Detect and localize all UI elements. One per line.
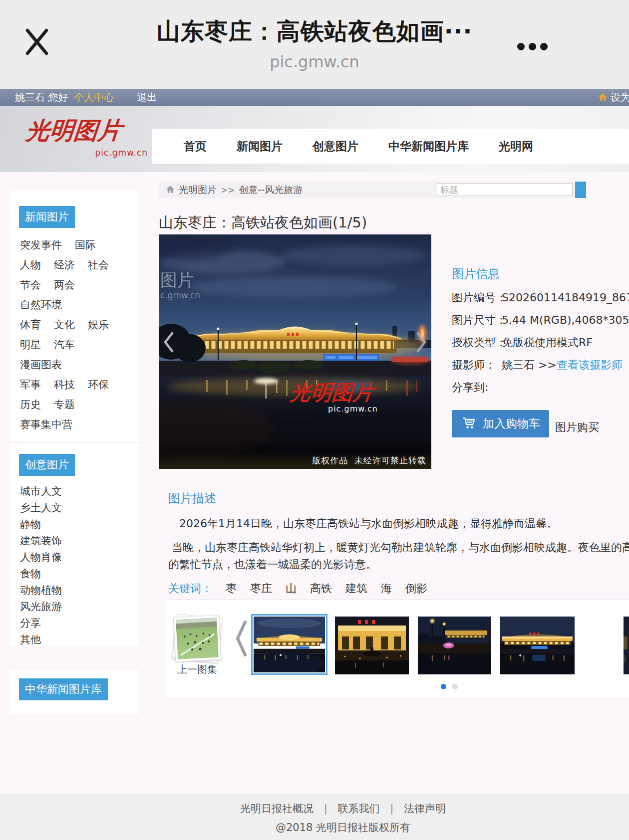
content-area: 新闻图片 突发事件 国际 人物 经济 社会 节会 两会 自然环境 [0, 172, 629, 794]
sidebar-row: 明星 汽车 [20, 335, 139, 355]
sidebar-link[interactable]: 娱乐 [88, 318, 109, 332]
sidebar-link[interactable]: 自然环境 [20, 298, 62, 312]
sidebar-link[interactable]: 军事 [20, 378, 41, 392]
add-to-cart-button[interactable]: 加入购物车 [452, 410, 549, 437]
sidebar-link[interactable]: 乡土人文 [20, 501, 62, 515]
main-photo: 图片 c.gmw.cn 光明图片 pic.gmw.cn 版权作品 未经许可禁止转… [159, 234, 431, 469]
sidebar-link[interactable]: 科技 [54, 378, 75, 392]
thumbnail-2[interactable] [335, 617, 409, 674]
sidebar-link[interactable]: 专题 [54, 398, 75, 412]
sidebar-link[interactable]: 明星 [20, 338, 41, 352]
keyword-link[interactable]: 枣庄 [250, 581, 272, 596]
sidebar-link[interactable]: 其他 [20, 632, 41, 646]
logout-link[interactable]: 退出 [137, 91, 157, 104]
sidebar-link[interactable]: 突发事件 [20, 238, 62, 252]
photo-next-arrow[interactable] [415, 331, 427, 356]
info-row-license-type: 授权类型：免版税使用模式RF [452, 336, 629, 349]
sidebar-link[interactable]: 环保 [88, 378, 109, 392]
breadcrumb-site[interactable]: 光明图片 [179, 184, 217, 197]
copyright-bar: 版权作品 未经许可禁止转载 [159, 452, 431, 469]
sidebar-row: 动物植物 [20, 582, 139, 598]
sidebar-link[interactable]: 两会 [54, 278, 75, 292]
sidebar-link[interactable]: 节会 [20, 278, 41, 292]
browser-title-block: 山东枣庄：高铁站夜色如画··· pic.gmw.cn [0, 0, 629, 71]
breadcrumb-section[interactable]: 创意--风光旅游 [239, 184, 303, 197]
gallery-prev-arrow[interactable] [234, 619, 248, 660]
home-icon[interactable] [598, 92, 608, 104]
sidebar-link[interactable]: 静物 [20, 517, 41, 531]
cart-icon [461, 415, 477, 432]
search-input[interactable] [437, 183, 573, 196]
sidebar-row: 赛事集中营 [20, 415, 139, 434]
night-station-photo [159, 234, 431, 469]
sidebar-row: 建筑装饰 [20, 532, 139, 549]
breadcrumb-bar: 光明图片 >> 创意--风光旅游 [159, 182, 586, 198]
sidebar-link[interactable]: 人物肖像 [20, 550, 62, 564]
image-purchase-link[interactable]: 图片购买 [555, 420, 599, 435]
site-logo[interactable]: 光明图片 pic.gmw.cn [26, 115, 151, 158]
thumbnail-5[interactable] [624, 617, 629, 674]
sidebar-link[interactable]: 建筑装饰 [20, 534, 62, 548]
sidebar-section-creative-pictures[interactable]: 创意图片 [19, 454, 75, 476]
sidebar-link[interactable]: 漫画图表 [20, 358, 62, 372]
view-photographer-link[interactable]: 查看该摄影师 [557, 359, 623, 371]
keyword-link[interactable]: 高铁 [310, 581, 332, 596]
keywords-row: 关键词： 枣 枣庄 山 高铁 建筑 海 倒影 [168, 581, 427, 596]
keyword-link[interactable]: 枣 [226, 581, 237, 596]
sidebar-link[interactable]: 文化 [54, 318, 75, 332]
sidebar-link[interactable]: 人物 [20, 258, 41, 272]
sidebar-link[interactable]: 风光旅游 [20, 600, 62, 614]
info-row-photographer: 摄影师：姚三石 >>查看该摄影师 [452, 358, 629, 372]
nav-item-home[interactable]: 首页 [184, 139, 207, 154]
sidebar: 新闻图片 突发事件 国际 人物 经济 社会 节会 两会 自然环境 [10, 191, 139, 646]
pagination-dot-active[interactable] [441, 684, 446, 689]
previous-gallery-thumbnail[interactable] [174, 616, 220, 661]
nav-item-news-pictures[interactable]: 新闻图片 [237, 139, 283, 154]
sidebar-link[interactable]: 历史 [20, 398, 41, 412]
sidebar-row: 人物 经济 社会 [20, 255, 139, 275]
footer-link-about[interactable]: 光明日报社概况 [240, 802, 314, 816]
keyword-link[interactable]: 山 [286, 581, 297, 596]
sidebar-link[interactable]: 城市人文 [20, 484, 62, 498]
nav-item-gmw[interactable]: 光明网 [499, 139, 533, 154]
sidebar-link[interactable]: 国际 [75, 238, 96, 252]
search-button[interactable] [575, 182, 586, 198]
thumbnail-3[interactable] [418, 617, 491, 674]
keyword-link[interactable]: 海 [381, 581, 392, 596]
pagination-dot[interactable] [452, 684, 458, 689]
nav-item-china-news-photo-library[interactable]: 中华新闻图片库 [388, 139, 469, 154]
previous-gallery-label[interactable]: 上一图集 [167, 663, 227, 676]
info-label: 图片尺寸： [452, 313, 502, 327]
sidebar-link[interactable]: 体育 [20, 318, 41, 332]
breadcrumb-separator: >> [221, 185, 235, 195]
sidebar-row: 城市人文 [20, 483, 139, 499]
thumbnail-4[interactable] [500, 617, 575, 674]
sidebar-row: 历史 专题 [20, 395, 139, 415]
sidebar-link[interactable]: 食物 [20, 567, 41, 581]
footer-link-legal[interactable]: 法律声明 [404, 802, 446, 816]
sidebar-section-china-news-photo-library[interactable]: 中华新闻图片库 [19, 678, 108, 700]
footer-link-contact[interactable]: 联系我们 [338, 802, 380, 816]
keyword-link[interactable]: 倒影 [405, 581, 427, 596]
nav-item-creative-pictures[interactable]: 创意图片 [313, 139, 358, 154]
sidebar-link[interactable]: 动物植物 [20, 583, 62, 597]
sidebar-link[interactable]: 社会 [88, 258, 109, 272]
description-heading: 图片描述 [168, 490, 216, 506]
sidebar-link[interactable]: 经济 [54, 258, 75, 272]
keyword-link[interactable]: 建筑 [345, 581, 367, 596]
thumbnail-1-selected[interactable] [251, 614, 327, 675]
sidebar-section-news-pictures[interactable]: 新闻图片 [19, 206, 75, 228]
sidebar-link[interactable]: 分享 [20, 616, 41, 630]
sidebar-link[interactable]: 赛事集中营 [20, 418, 72, 431]
image-info-panel: 图片信息 图片编号：S20260114184919_867 图片尺寸：5.44 … [452, 266, 629, 437]
more-menu-icon[interactable] [517, 43, 548, 50]
info-label: 图片编号： [452, 291, 502, 304]
info-row-image-id: 图片编号：S20260114184919_867 [452, 291, 629, 304]
info-value: S20260114184919_867 [502, 291, 629, 304]
personal-center-link[interactable]: 个人中心 [74, 91, 114, 104]
sidebar-row: 漫画图表 [20, 355, 139, 375]
sidebar-link[interactable]: 汽车 [54, 338, 75, 352]
home-icon[interactable] [166, 185, 175, 196]
photo-prev-arrow[interactable] [163, 331, 175, 356]
set-home-link[interactable]: 设为 [611, 91, 629, 104]
